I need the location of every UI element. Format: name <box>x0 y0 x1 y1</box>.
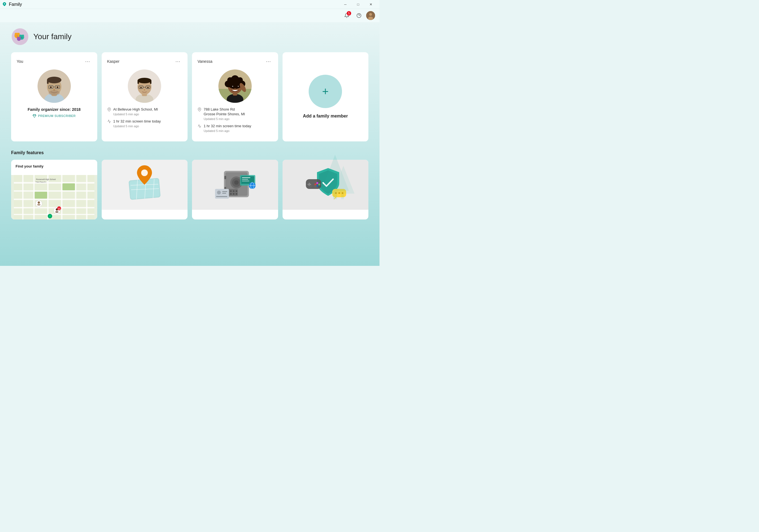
svg-rect-120 <box>215 189 229 199</box>
map-container: 11 Roosevelt High School Third Place B..… <box>11 175 97 220</box>
svg-point-86 <box>49 215 51 218</box>
kasper-screen-info: 1 hr 32 min screen time today Updated 5 … <box>113 119 161 128</box>
svg-rect-72 <box>61 175 62 220</box>
svg-point-61 <box>234 88 236 90</box>
svg-point-13 <box>22 35 24 37</box>
svg-point-111 <box>236 193 237 195</box>
svg-point-17 <box>19 37 21 38</box>
feature-card-location[interactable] <box>102 160 188 220</box>
you-info: Family organizer since: 2018 PREMIUM SUB… <box>17 107 92 118</box>
svg-point-79 <box>37 204 41 206</box>
svg-point-106 <box>230 190 232 192</box>
svg-rect-141 <box>341 194 344 199</box>
svg-point-16 <box>17 37 19 38</box>
page-title: Your family <box>33 32 71 41</box>
svg-point-62 <box>199 109 200 110</box>
member-avatar-kasper <box>128 69 161 103</box>
svg-point-121 <box>217 190 221 194</box>
svg-rect-115 <box>242 179 248 180</box>
svg-point-10 <box>16 35 18 37</box>
svg-point-60 <box>238 86 239 87</box>
svg-rect-37 <box>150 81 151 84</box>
card-header-you: You ⋯ <box>17 58 92 65</box>
kasper-location-text: At Bellevue High School, MI <box>113 107 158 112</box>
member-avatar-vanessa <box>219 69 252 103</box>
kasper-screen-updated: Updated 5 min ago <box>113 124 161 128</box>
svg-point-5 <box>368 17 373 20</box>
member-card-kasper: Kasper ⋯ <box>102 52 188 142</box>
svg-rect-75 <box>35 192 47 199</box>
kasper-location-updated: Updated 5 min ago <box>113 112 158 116</box>
member-name-kasper: Kasper <box>107 59 119 63</box>
svg-point-22 <box>47 77 61 83</box>
svg-point-30 <box>49 90 60 96</box>
add-member-text: Add a family member <box>303 114 348 119</box>
notification-button[interactable]: 5 <box>342 11 352 20</box>
svg-rect-65 <box>14 190 95 192</box>
main-content: Your family You ⋯ <box>0 22 380 266</box>
svg-rect-70 <box>33 175 35 220</box>
svg-rect-69 <box>22 175 23 220</box>
svg-rect-23 <box>47 80 49 84</box>
kasper-location-row: At Bellevue High School, MI Updated 5 mi… <box>107 107 182 116</box>
member-name-you: You <box>17 59 23 63</box>
svg-rect-76 <box>62 184 75 190</box>
feature-illustration-safe <box>192 160 278 210</box>
title-bar: Family ─ □ ✕ <box>0 0 380 9</box>
svg-rect-73 <box>75 175 76 220</box>
member-avatar-you <box>37 69 71 103</box>
feature-title-find: Find your family <box>16 164 93 168</box>
svg-point-41 <box>140 87 142 88</box>
close-button[interactable]: ✕ <box>365 0 377 9</box>
member-name-vanessa: Vanessa <box>198 59 212 63</box>
svg-rect-114 <box>242 177 250 178</box>
minimize-button[interactable]: ─ <box>339 0 352 9</box>
trees-decoration <box>307 149 363 232</box>
add-member-card[interactable]: + Add a family member <box>283 52 369 142</box>
svg-point-9 <box>18 33 20 35</box>
svg-point-58 <box>237 86 239 88</box>
svg-text:Roosevelt High School: Roosevelt High School <box>36 178 56 181</box>
svg-point-55 <box>237 77 243 83</box>
member-menu-vanessa[interactable]: ⋯ <box>264 58 272 65</box>
avatar-image <box>366 11 375 20</box>
svg-rect-74 <box>86 175 88 220</box>
help-button[interactable] <box>354 11 364 20</box>
notification-badge: 5 <box>347 11 351 16</box>
maximize-button[interactable]: □ <box>352 0 365 9</box>
top-nav: 5 <box>0 9 380 22</box>
svg-rect-36 <box>138 81 139 84</box>
user-avatar[interactable] <box>366 11 375 20</box>
svg-point-35 <box>138 78 151 83</box>
vanessa-screen-row: 1 hr 32 min screen time today Updated 5 … <box>198 124 272 133</box>
member-menu-kasper[interactable]: ⋯ <box>174 58 182 65</box>
member-card-you: You ⋯ <box>11 52 97 142</box>
svg-point-4 <box>369 13 372 16</box>
title-bar-left: Family <box>2 2 22 7</box>
svg-point-109 <box>230 193 232 195</box>
feature-card-find[interactable]: Find your family <box>11 160 97 220</box>
svg-point-96 <box>141 170 148 176</box>
svg-point-42 <box>147 87 149 88</box>
svg-point-27 <box>50 86 52 88</box>
members-grid: You ⋯ <box>11 52 368 142</box>
app-logo-icon <box>2 2 7 7</box>
svg-rect-67 <box>14 207 95 208</box>
svg-point-101 <box>234 180 239 185</box>
svg-rect-124 <box>216 196 227 197</box>
avatar-container-kasper <box>107 69 182 103</box>
add-member-circle: + <box>309 75 342 108</box>
svg-rect-63 <box>14 175 95 220</box>
svg-point-78 <box>38 201 40 204</box>
svg-point-0 <box>4 3 5 4</box>
feature-card-safe[interactable] <box>192 160 278 220</box>
svg-point-110 <box>233 193 234 195</box>
svg-point-12 <box>20 35 21 37</box>
svg-rect-71 <box>47 175 49 220</box>
member-menu-you[interactable]: ⋯ <box>83 58 92 65</box>
vanessa-location-row: 788 Lake Shore Rd Grosse Pointe Shores, … <box>198 107 272 121</box>
feature-illustration-location <box>102 160 188 210</box>
feature-card-inner-find: Find your family <box>11 160 97 175</box>
app-title: Family <box>9 2 22 7</box>
kasper-screen-row: 1 hr 32 min screen time today Updated 5 … <box>107 119 182 128</box>
